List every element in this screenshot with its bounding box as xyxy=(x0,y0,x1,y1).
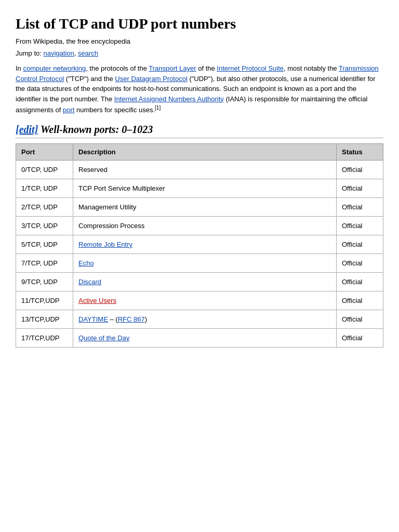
port-cell: 13/TCP,UDP xyxy=(16,310,73,328)
desc-link[interactable]: Discard xyxy=(78,278,101,286)
description-cell: TCP Port Service Multiplexer xyxy=(73,179,337,197)
status-cell: Official xyxy=(337,328,383,347)
from-line: From Wikipedia, the free encyclopedia xyxy=(16,37,383,45)
status-cell: Official xyxy=(337,254,383,272)
jump-line: Jump to: navigation, search xyxy=(16,49,383,57)
rfc867-link[interactable]: RFC 867 xyxy=(118,315,145,323)
table-row: 17/TCP,UDPQuote of the DayOfficial xyxy=(16,328,383,347)
daytime-link[interactable]: DAYTIME xyxy=(78,315,108,323)
table-row: 13/TCP,UDPDAYTIME – (RFC 867)Official xyxy=(16,310,383,328)
port-cell: 3/TCP, UDP xyxy=(16,216,73,235)
table-row: 5/TCP, UDPRemote Job EntryOfficial xyxy=(16,235,383,254)
transport-layer-link[interactable]: Transport Layer xyxy=(149,64,196,72)
status-cell: Official xyxy=(337,179,383,197)
intro-paragraph: In computer networking, the protocols of… xyxy=(16,63,383,115)
desc-link[interactable]: Quote of the Day xyxy=(78,334,129,342)
description-cell: Echo xyxy=(73,254,337,272)
port-cell: 2/TCP, UDP xyxy=(16,197,73,216)
port-cell: 1/TCP, UDP xyxy=(16,179,73,197)
status-cell: Official xyxy=(337,235,383,254)
status-cell: Official xyxy=(337,197,383,216)
desc-link[interactable]: Active Users xyxy=(78,297,116,304)
desc-link[interactable]: Remote Job Entry xyxy=(78,241,132,248)
port-cell: 5/TCP, UDP xyxy=(16,235,73,254)
table-row: 11/TCP,UDPActive UsersOfficial xyxy=(16,291,383,310)
port-cell: 0/TCP, UDP xyxy=(16,160,73,179)
description-cell: Quote of the Day xyxy=(73,328,337,347)
port-cell: 11/TCP,UDP xyxy=(16,291,73,310)
description-cell: Compression Process xyxy=(73,216,337,235)
nav-link[interactable]: navigation xyxy=(43,49,74,57)
table-header-row: Port Description Status xyxy=(16,143,383,160)
section-heading: [edit] Well-known ports: 0–1023 xyxy=(16,124,383,138)
edit-link[interactable]: [edit] xyxy=(16,124,38,135)
table-row: 3/TCP, UDPCompression ProcessOfficial xyxy=(16,216,383,235)
col-header-status: Status xyxy=(337,143,383,160)
description-cell: Discard xyxy=(73,272,337,291)
description-cell: Active Users xyxy=(73,291,337,310)
col-header-description: Description xyxy=(73,143,337,160)
table-row: 7/TCP, UDPEchoOfficial xyxy=(16,254,383,272)
status-cell: Official xyxy=(337,160,383,179)
description-cell: Management Utility xyxy=(73,197,337,216)
status-cell: Official xyxy=(337,272,383,291)
jump-label: Jump to: xyxy=(16,49,42,57)
status-cell: Official xyxy=(337,291,383,310)
status-cell: Official xyxy=(337,310,383,328)
footnote-1: [1] xyxy=(155,105,161,111)
status-cell: Official xyxy=(337,216,383,235)
description-cell: DAYTIME – (RFC 867) xyxy=(73,310,337,328)
port-link[interactable]: port xyxy=(63,106,74,114)
iana-link[interactable]: Internet Assigned Numbers Authority xyxy=(114,95,224,103)
port-cell: 9/TCP, UDP xyxy=(16,272,73,291)
page-title: List of TCP and UDP port numbers xyxy=(16,16,383,32)
udp-link[interactable]: User Datagram Protocol xyxy=(115,75,187,83)
ports-table: Port Description Status 0/TCP, UDPReserv… xyxy=(16,143,383,348)
section-heading-text: Well-known ports: 0–1023 xyxy=(38,124,153,135)
port-cell: 7/TCP, UDP xyxy=(16,254,73,272)
table-row: 9/TCP, UDPDiscardOfficial xyxy=(16,272,383,291)
description-cell: Reserved xyxy=(73,160,337,179)
search-link[interactable]: search xyxy=(78,49,98,57)
computer-networking-link[interactable]: computer networking xyxy=(23,64,86,72)
description-cell: Remote Job Entry xyxy=(73,235,337,254)
desc-link[interactable]: Echo xyxy=(78,259,94,267)
table-row: 2/TCP, UDPManagement UtilityOfficial xyxy=(16,197,383,216)
col-header-port: Port xyxy=(16,143,73,160)
table-row: 1/TCP, UDPTCP Port Service MultiplexerOf… xyxy=(16,179,383,197)
table-row: 0/TCP, UDPReservedOfficial xyxy=(16,160,383,179)
ips-link[interactable]: Internet Protocol Suite xyxy=(217,64,284,72)
port-cell: 17/TCP,UDP xyxy=(16,328,73,347)
